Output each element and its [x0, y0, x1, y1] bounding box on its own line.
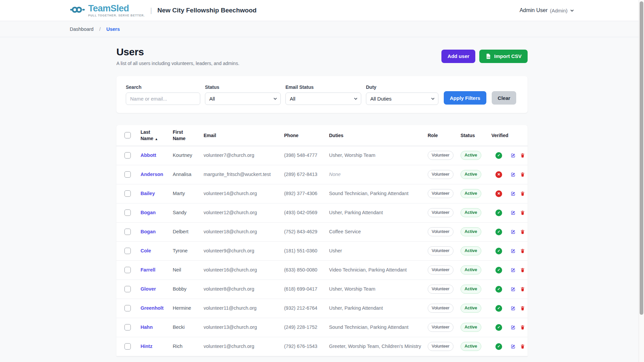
last-name-link[interactable]: Farrell [141, 267, 155, 273]
delete-icon[interactable] [520, 210, 525, 216]
edit-icon[interactable] [511, 191, 516, 196]
role-badge: Volunteer [428, 227, 453, 236]
scrollbar-thumb[interactable] [640, 1, 643, 315]
status-badge: Active [461, 246, 481, 255]
scrollbar[interactable] [639, 0, 644, 362]
verified-check-icon: ✓ [495, 343, 502, 350]
last-name-link[interactable]: Glover [141, 286, 156, 292]
search-input[interactable] [126, 93, 200, 105]
first-name-cell: Tyrone [170, 241, 201, 260]
delete-icon[interactable] [520, 344, 525, 349]
column-header-duties[interactable]: Duties [326, 125, 425, 146]
csv-file-icon: CSV [485, 53, 491, 59]
duty-select[interactable]: All Duties [366, 93, 438, 105]
row-checkbox[interactable] [124, 248, 131, 254]
delete-icon[interactable] [520, 286, 525, 292]
duties-cell: Sound Technician, Parking Attendant [326, 184, 425, 203]
role-badge: Volunteer [428, 189, 453, 198]
edit-icon[interactable] [511, 153, 516, 158]
email-cell: volunteer14@church.org [201, 184, 281, 203]
status-badge: Active [461, 342, 481, 351]
search-label: Search [126, 84, 200, 90]
edit-icon[interactable] [511, 172, 516, 177]
edit-icon[interactable] [511, 210, 516, 216]
email-cell: volunteer11@church.org [201, 299, 281, 318]
edit-icon[interactable] [511, 344, 516, 349]
last-name-link[interactable]: Bailey [141, 191, 155, 196]
user-menu[interactable]: Admin User (Admin) [520, 7, 574, 13]
phone-cell: (792) 676-1543 [281, 337, 326, 356]
edit-icon[interactable] [511, 229, 516, 235]
row-checkbox[interactable] [124, 343, 131, 350]
delete-icon[interactable] [520, 229, 525, 235]
row-checkbox[interactable] [124, 190, 131, 197]
last-name-link[interactable]: Anderson [141, 172, 163, 177]
row-checkbox[interactable] [124, 209, 131, 216]
clear-filters-button[interactable]: Clear [492, 91, 517, 105]
table-row: Bailey Marty volunteer14@church.org (892… [116, 184, 528, 203]
table-row: Glover Bobby volunteer8@church.org (618)… [116, 280, 528, 299]
last-name-link[interactable]: Abbott [141, 153, 156, 158]
table-row: Anderson Annalisa margurite_fritsch@wuck… [116, 165, 528, 184]
last-name-link[interactable]: Hahn [141, 324, 153, 330]
edit-icon[interactable] [511, 267, 516, 273]
import-csv-button[interactable]: CSV Import CSV [479, 50, 528, 63]
email-cell: volunteer16@church.org [201, 260, 281, 280]
verified-check-icon: ✓ [495, 267, 502, 274]
last-name-link[interactable]: Cole [141, 248, 151, 253]
row-checkbox[interactable] [124, 324, 131, 330]
status-badge: Active [461, 189, 481, 198]
verified-check-icon: ✓ [495, 305, 502, 312]
delete-icon[interactable] [520, 248, 525, 254]
breadcrumb-dashboard[interactable]: Dashboard [70, 26, 94, 32]
table-row: Abbott Kourtney volunteer7@church.org (3… [116, 146, 528, 165]
row-checkbox[interactable] [124, 171, 131, 178]
breadcrumb-users[interactable]: Users [106, 26, 120, 32]
column-header-status[interactable]: Status [458, 125, 489, 146]
column-header-email[interactable]: Email [201, 125, 281, 146]
edit-icon[interactable] [511, 324, 516, 330]
duty-label: Duty [366, 84, 438, 90]
delete-icon[interactable] [520, 153, 525, 158]
row-checkbox[interactable] [124, 305, 131, 311]
verified-check-icon: ✓ [495, 229, 502, 235]
column-header-verified[interactable]: Verified [489, 125, 508, 146]
delete-icon[interactable] [520, 305, 525, 311]
email-cell: volunteer1@church.org [201, 337, 281, 356]
table-row: Hahn Becki volunteer13@church.org (249) … [116, 318, 528, 337]
edit-icon[interactable] [511, 248, 516, 254]
status-select[interactable]: All [205, 93, 281, 105]
edit-icon[interactable] [511, 305, 516, 311]
add-user-button[interactable]: Add user [441, 50, 475, 63]
apply-filters-button[interactable]: Apply Filters [444, 91, 486, 105]
sort-ascending-icon: ▲ [155, 137, 158, 141]
unverified-x-icon: ✕ [495, 190, 502, 197]
phone-cell: (618) 699-0417 [281, 280, 326, 299]
column-header-phone[interactable]: Phone [281, 125, 326, 146]
row-checkbox[interactable] [124, 286, 131, 292]
teamsled-logo[interactable]: TeamSled PULL TOGETHER. SERVE BETTER. [70, 4, 145, 17]
delete-icon[interactable] [520, 172, 525, 177]
edit-icon[interactable] [511, 286, 516, 292]
brand-tagline: PULL TOGETHER. SERVE BETTER. [88, 14, 145, 17]
last-name-link[interactable]: Bogan [141, 210, 156, 215]
select-all-checkbox[interactable] [124, 132, 131, 138]
delete-icon[interactable] [520, 267, 525, 273]
column-header-role[interactable]: Role [425, 125, 458, 146]
delete-icon[interactable] [520, 191, 525, 196]
phone-cell: (752) 843-4629 [281, 222, 326, 241]
last-name-link[interactable]: Greenholt [141, 305, 163, 311]
first-name-cell: Kourtney [170, 146, 201, 165]
last-name-link[interactable]: Bogan [141, 229, 156, 234]
column-header-last-name[interactable]: Last Name▲ [138, 125, 170, 146]
phone-cell: (493) 042-0569 [281, 203, 326, 222]
last-name-link[interactable]: Hintz [141, 344, 152, 349]
column-header-first-name[interactable]: First Name [170, 125, 201, 146]
column-header-actions [508, 125, 528, 146]
row-checkbox[interactable] [124, 267, 131, 273]
row-checkbox[interactable] [124, 152, 131, 159]
delete-icon[interactable] [520, 324, 525, 330]
row-checkbox[interactable] [124, 229, 131, 235]
email-status-select[interactable]: All [285, 93, 361, 105]
role-badge: Volunteer [428, 342, 453, 351]
